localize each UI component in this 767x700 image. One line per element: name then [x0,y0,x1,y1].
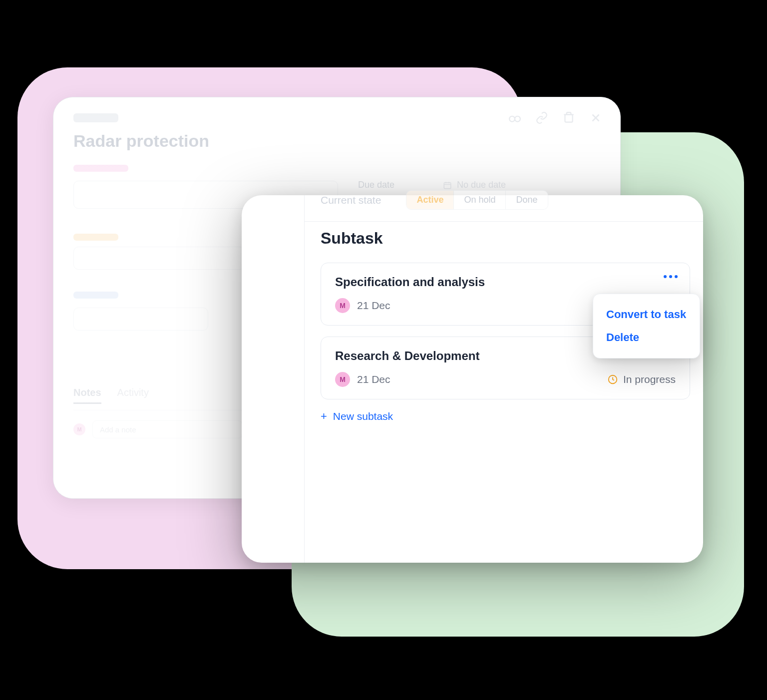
task-title: Radar protection [73,131,600,151]
plus-icon: + [321,411,327,422]
due-date-value[interactable]: No due date [443,180,506,190]
close-icon[interactable] [589,111,602,124]
avatar: M [335,372,350,387]
subtask-date: 21 Dec [357,373,390,385]
tab-activity[interactable]: Activity [117,387,149,404]
field-label-skeleton [73,165,128,172]
avatar: M [335,298,350,313]
binoculars-icon[interactable] [508,111,521,124]
link-icon[interactable] [535,111,548,124]
due-date-label: Due date [358,180,413,190]
field-label-skeleton [73,234,118,241]
field-label-skeleton [73,292,118,299]
svg-point-1 [515,116,520,122]
calendar-icon [443,181,452,190]
svg-rect-3 [444,182,451,188]
note-input[interactable]: Add a note [92,420,242,438]
more-menu-button[interactable] [664,275,678,278]
subtask-title: Specification and analysis [335,275,676,289]
menu-convert-to-task[interactable]: Convert to task [593,303,700,326]
svg-point-0 [509,116,515,122]
svg-rect-2 [565,115,572,122]
menu-delete[interactable]: Delete [593,326,700,349]
field-input-skeleton[interactable] [73,308,208,331]
subtask-card-front: Current state Active On hold Done Subtas… [242,195,703,563]
new-subtask-button[interactable]: + New subtask [321,410,703,422]
context-menu: Convert to task Delete [593,294,700,358]
breadcrumb-skeleton [73,113,118,122]
tab-notes[interactable]: Notes [73,387,101,404]
field-input-skeleton[interactable] [73,247,245,270]
new-subtask-label: New subtask [333,410,393,422]
clock-icon [607,374,618,385]
avatar: M [73,423,85,435]
subtask-date: 21 Dec [357,300,390,312]
section-title: Subtask [321,229,703,248]
subtask-status: In progress [623,373,676,385]
toolbar [508,111,602,124]
trash-icon[interactable] [562,111,575,124]
